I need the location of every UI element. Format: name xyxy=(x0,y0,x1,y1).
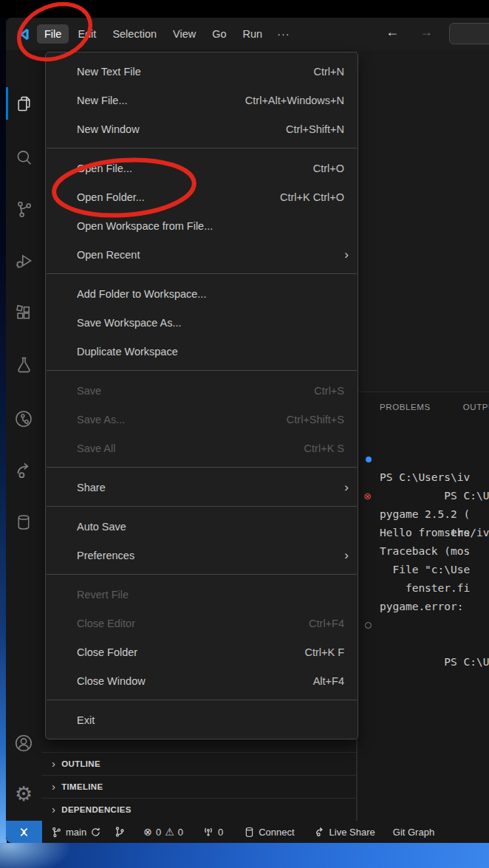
menubar-item-file[interactable]: File xyxy=(37,24,69,44)
terminal-line: ⊗ sers/ivost/sou xyxy=(358,487,489,505)
menu-item-close-folder[interactable]: Close Folder Ctrl+K F xyxy=(46,638,358,666)
problems-status[interactable]: ⊗ 0 ⚠ 0 xyxy=(143,826,183,838)
settings-gear-icon[interactable]: ⚙ xyxy=(6,781,41,806)
menu-item-exit[interactable]: Exit xyxy=(46,705,358,734)
branch-name: main xyxy=(66,827,86,838)
commit-graph-button[interactable] xyxy=(114,826,126,838)
menu-item-revert-file: Revert File xyxy=(46,580,358,609)
ports-status[interactable]: 0 xyxy=(202,826,223,838)
error-count-icon: ⊗ xyxy=(143,826,152,838)
warning-count: 0 xyxy=(178,827,183,838)
live-share-icon[interactable] xyxy=(6,458,41,483)
run-debug-icon[interactable] xyxy=(6,248,41,273)
account-icon[interactable] xyxy=(6,731,41,756)
sync-icon xyxy=(90,827,101,838)
gitlens-icon[interactable] xyxy=(6,406,41,431)
menu-item-preferences[interactable]: Preferences › xyxy=(46,541,358,570)
forward-arrow-icon[interactable]: → xyxy=(420,24,433,40)
terminal-line: fenster.fi xyxy=(358,579,489,598)
vscode-window: File Edit Selection View Go Run ··· ← → xyxy=(6,18,489,843)
menubar-item-selection[interactable]: Selection xyxy=(105,24,164,44)
menu-item-open-workspace-from-file[interactable]: Open Workspace from File... xyxy=(46,211,358,240)
screenshot-root: File Edit Selection View Go Run ··· ← → xyxy=(0,0,489,868)
menu-separator xyxy=(47,467,357,468)
sql-connect-button[interactable]: Connect xyxy=(244,827,294,838)
terminal-line: File "c:\Use xyxy=(358,561,489,579)
menu-item-open-recent[interactable]: Open Recent › xyxy=(46,240,358,269)
terminal-line: Hello from the xyxy=(358,524,489,542)
menu-separator xyxy=(47,273,357,274)
tab-problems[interactable]: PROBLEMS xyxy=(380,403,431,411)
database-small-icon xyxy=(244,827,255,838)
menubar-item-view[interactable]: View xyxy=(165,24,203,44)
menu-item-share[interactable]: Share › xyxy=(46,473,358,502)
menu-item-new-window[interactable]: New Window Ctrl+Shift+N xyxy=(46,115,358,143)
extensions-icon[interactable] xyxy=(6,300,41,325)
search-icon[interactable] xyxy=(6,145,41,170)
terminal-output[interactable]: PS C:\Users\iv PS C:\Users\iv ⊗ sers/ivo… xyxy=(358,450,489,635)
sidebar-section-label: TIMELINE xyxy=(61,782,103,791)
menu-separator xyxy=(47,506,357,507)
git-branch-status[interactable]: main xyxy=(51,827,101,838)
submenu-chevron-icon: › xyxy=(344,480,349,495)
tab-output[interactable]: OUTPUT xyxy=(463,403,489,411)
editor-area xyxy=(357,50,489,392)
live-share-label: Live Share xyxy=(329,827,375,838)
submenu-chevron-icon: › xyxy=(344,247,349,262)
panel-tab-bar: PROBLEMS OUTPUT xyxy=(358,392,489,411)
menu-item-close-editor: Close Editor Ctrl+F4 xyxy=(46,609,358,638)
terminal-line: pygame.error: xyxy=(358,598,489,616)
git-graph-label: Git Graph xyxy=(393,827,434,838)
command-decoration-circle[interactable] xyxy=(365,616,372,635)
menu-item-close-window[interactable]: Close Window Alt+F4 xyxy=(46,666,358,695)
ports-count: 0 xyxy=(218,827,223,838)
menubar-item-edit[interactable]: Edit xyxy=(70,24,103,44)
menu-separator xyxy=(47,370,357,371)
error-count: 0 xyxy=(156,827,161,838)
command-error-icon[interactable]: ⊗ xyxy=(363,487,372,505)
terminal-line: PS C:\Users\iv xyxy=(358,450,489,468)
chevron-right-icon: › xyxy=(52,757,55,770)
git-graph-button[interactable]: Git Graph xyxy=(393,827,434,838)
testing-icon[interactable] xyxy=(6,352,41,377)
menu-item-save-all: Save All Ctrl+K S xyxy=(46,434,358,462)
status-bar: main ⊗ 0 ⚠ 0 xyxy=(6,821,489,843)
explorer-icon[interactable] xyxy=(6,91,41,116)
database-icon[interactable] xyxy=(6,510,41,535)
menu-item-open-folder[interactable]: Open Folder... Ctrl+K Ctrl+O xyxy=(46,182,358,211)
menu-item-new-text-file[interactable]: New Text File Ctrl+N xyxy=(46,57,358,86)
chevron-right-icon: › xyxy=(52,780,55,793)
sidebar-bottom-sections: › OUTLINE › TIMELINE › DEPENDENCIES xyxy=(41,752,356,821)
command-decoration-dot[interactable] xyxy=(366,450,372,468)
warning-count-icon: ⚠ xyxy=(165,826,174,838)
menubar-item-more[interactable]: ··· xyxy=(271,24,296,44)
file-menu-dropdown: New Text File Ctrl+N New File... Ctrl+Al… xyxy=(45,52,358,739)
sidebar-section-timeline[interactable]: › TIMELINE xyxy=(41,775,356,798)
terminal-line: PS C:\Users\iv xyxy=(358,616,489,635)
menu-item-auto-save[interactable]: Auto Save xyxy=(46,512,358,541)
menu-item-open-file[interactable]: Open File... Ctrl+O xyxy=(46,154,358,182)
menubar-item-go[interactable]: Go xyxy=(205,24,233,44)
live-share-button[interactable]: Live Share xyxy=(314,826,375,838)
activity-bar: ⚙ xyxy=(6,50,41,821)
source-control-icon[interactable] xyxy=(6,197,41,222)
menu-item-save: Save Ctrl+S xyxy=(46,376,358,405)
wallpaper-bottom-strip xyxy=(0,843,489,868)
menu-item-duplicate-workspace[interactable]: Duplicate Workspace xyxy=(46,337,358,366)
live-share-small-icon xyxy=(314,826,326,838)
terminal-panel: PROBLEMS OUTPUT PS C:\Users\iv PS C:\Use… xyxy=(357,392,489,821)
broadcast-icon xyxy=(202,826,214,838)
menu-separator xyxy=(47,148,357,148)
connect-label: Connect xyxy=(259,827,294,838)
menu-item-add-folder-to-workspace[interactable]: Add Folder to Workspace... xyxy=(46,279,358,308)
back-arrow-icon[interactable]: ← xyxy=(386,24,399,40)
menu-item-save-workspace-as[interactable]: Save Workspace As... xyxy=(46,308,358,337)
command-center-search-box[interactable] xyxy=(449,23,489,44)
sidebar-section-outline[interactable]: › OUTLINE xyxy=(41,752,356,775)
sidebar-section-dependencies[interactable]: › DEPENDENCIES xyxy=(41,798,356,821)
terminal-line: PS C:\Users\iv xyxy=(358,468,489,487)
sidebar-section-label: DEPENDENCIES xyxy=(61,805,131,814)
remote-indicator[interactable] xyxy=(6,821,42,843)
menubar-item-run[interactable]: Run xyxy=(236,24,270,44)
menu-item-new-file[interactable]: New File... Ctrl+Alt+Windows+N xyxy=(46,86,358,115)
